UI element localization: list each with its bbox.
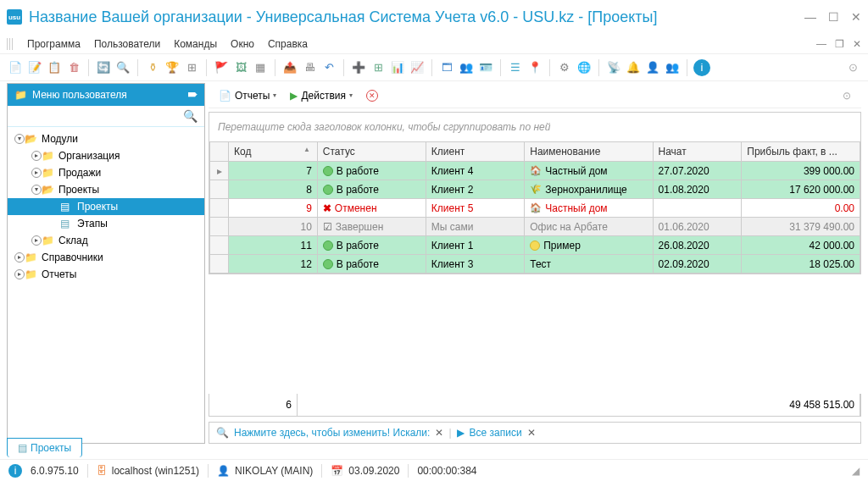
maximize-button[interactable]: ☐ — [828, 10, 839, 24]
indicator-col — [210, 142, 229, 162]
col-profit[interactable]: Прибыль факт, в ... — [742, 142, 860, 162]
doc-icon: ▤ — [18, 442, 27, 454]
card-icon[interactable]: 🪪 — [477, 59, 494, 76]
flag-icon[interactable]: 🚩 — [213, 59, 230, 76]
undo-icon[interactable]: ↶ — [320, 59, 337, 76]
mdi-restore-button[interactable]: ❐ — [835, 38, 844, 50]
export-icon[interactable]: 📤 — [281, 59, 298, 76]
delete-icon[interactable]: 🗑 — [65, 59, 82, 76]
user-label: NIKOLAY (MAIN) — [235, 465, 313, 477]
expand-icon[interactable]: ▸ — [14, 269, 25, 279]
table-row[interactable]: 11В работеКлиент 1Пример26.08.202042 000… — [210, 236, 860, 255]
menu-help[interactable]: Справка — [261, 35, 314, 53]
window-icon[interactable]: 🗔 — [438, 59, 455, 76]
print-icon[interactable]: 🖶 — [301, 59, 318, 76]
folder-icon: 📁 — [25, 252, 38, 263]
help2-icon[interactable]: ⊙ — [837, 87, 856, 104]
user-icon[interactable]: 👤 — [644, 59, 661, 76]
expand-icon[interactable]: ▸ — [14, 252, 25, 263]
group-by-hint[interactable]: Перетащите сюда заголовок колонки, чтобы… — [209, 112, 861, 141]
excel-icon[interactable]: 📊 — [389, 59, 406, 76]
expand-icon[interactable]: ▸ — [31, 168, 42, 178]
tree-stages[interactable]: ▤ Этапы — [8, 215, 204, 232]
col-client[interactable]: Клиент — [426, 142, 524, 162]
people-icon[interactable]: 👥 — [458, 59, 475, 76]
collapse-sidebar-button[interactable]: 🠶 — [187, 89, 198, 101]
shapes-icon[interactable]: ▦ — [252, 59, 269, 76]
menu2-icon[interactable]: ☰ — [507, 59, 524, 76]
col-status[interactable]: Статус — [317, 142, 426, 162]
expand-icon[interactable]: ▸ — [31, 235, 42, 246]
help-icon[interactable]: ⊙ — [844, 59, 861, 76]
mdi-minimize-button[interactable]: — — [816, 38, 826, 50]
tree-label: Справочники — [42, 252, 103, 263]
tree-projects[interactable]: ▤ Проекты — [8, 198, 204, 215]
search-icon: 🔍 — [216, 427, 229, 439]
stop-button[interactable]: ✕ — [361, 87, 383, 104]
folder-icon: 📁 — [25, 268, 38, 280]
globe-icon[interactable]: 🌐 — [576, 59, 593, 76]
grid-icon[interactable]: ⊞ — [370, 59, 387, 76]
copy-icon[interactable]: 📋 — [46, 59, 63, 76]
table-row[interactable]: ▸7В работеКлиент 4🏠Частный дом27.07.2020… — [210, 162, 860, 180]
tree-label: Продажи — [58, 167, 101, 179]
expand-icon[interactable]: ▸ — [31, 151, 42, 161]
menu-users[interactable]: Пользователи — [87, 35, 167, 53]
actions-button[interactable]: ▶ Действия ▾ — [285, 87, 358, 104]
info-icon[interactable]: i — [8, 464, 22, 478]
tree-modules[interactable]: ▾ 📂 Модули — [8, 130, 204, 147]
clear-records-button[interactable]: ✕ — [527, 427, 536, 439]
tree-sales[interactable]: ▸ 📁 Продажи — [8, 164, 204, 181]
expand-icon[interactable]: ▾ — [31, 185, 42, 195]
tree-reports[interactable]: ▸ 📁 Отчеты — [8, 266, 204, 283]
table-row[interactable]: 12В работеКлиент 3Тест02.09.202018 025.0… — [210, 255, 860, 274]
excel2-icon[interactable]: 📈 — [409, 59, 426, 76]
gear-icon[interactable]: ⚙ — [556, 59, 573, 76]
table-row[interactable]: 10☑ЗавершенМы самиОфис на Арбате01.06.20… — [210, 218, 860, 236]
edit-icon[interactable]: 📝 — [26, 59, 43, 76]
menu-commands[interactable]: Команды — [167, 35, 224, 53]
minimize-button[interactable]: — — [804, 10, 816, 24]
image-icon[interactable]: 🖼 — [232, 59, 249, 76]
chevron-down-icon: ▾ — [273, 91, 276, 99]
layout-icon[interactable]: ⊞ — [183, 59, 200, 76]
users-icon[interactable]: 👥 — [664, 59, 681, 76]
cell-profit: 42 000.00 — [742, 236, 860, 255]
house-icon: 🏠 — [530, 165, 542, 176]
col-name[interactable]: Наименование — [525, 142, 653, 162]
info-icon[interactable]: i — [693, 59, 710, 76]
sidebar: 📁 Меню пользователя 🠶 🔍 ▾ 📂 Модули ▸ 📁 О… — [7, 83, 205, 444]
tab-projects[interactable]: ▤ Проекты — [7, 438, 82, 457]
cell-name: Тест — [525, 255, 653, 274]
tree-directories[interactable]: ▸ 📁 Справочники — [8, 249, 204, 266]
table-row[interactable]: 9✖ОтмененКлиент 5🏠Частный дом0.00 — [210, 199, 860, 218]
cell-name: 🏠Частный дом — [525, 162, 653, 180]
search-icon[interactable]: 🔍 — [114, 59, 131, 76]
status-done-icon: ☑ — [323, 221, 332, 233]
refresh-icon[interactable]: 🔄 — [95, 59, 112, 76]
rss-icon[interactable]: 📡 — [605, 59, 622, 76]
host-label: localhost (win1251) — [112, 465, 199, 477]
tree-organization[interactable]: ▸ 📁 Организация — [8, 147, 204, 164]
expand-icon[interactable]: ▾ — [14, 134, 25, 144]
clear-filter-button[interactable]: ✕ — [435, 427, 443, 439]
tree-warehouse[interactable]: ▸ 📁 Склад — [8, 232, 204, 249]
menu-window[interactable]: Окно — [224, 35, 261, 53]
add-icon[interactable]: ➕ — [350, 59, 367, 76]
reports-button[interactable]: 📄 Отчеты ▾ — [214, 87, 281, 104]
col-code[interactable]: Код — [229, 142, 318, 162]
search-icon[interactable]: 🔍 — [183, 109, 201, 123]
table-row[interactable]: 8В работеКлиент 2🌾Зернохранилище01.08.20… — [210, 180, 860, 199]
col-started[interactable]: Начат — [653, 142, 742, 162]
close-button[interactable]: ✕ — [851, 10, 861, 24]
pin-icon[interactable]: 📍 — [526, 59, 543, 76]
tree-projects-folder[interactable]: ▾ 📂 Проекты — [8, 181, 204, 198]
new-icon[interactable]: 📄 — [7, 59, 24, 76]
filter-bar[interactable]: 🔍 Нажмите здесь, чтобы изменить! Искали:… — [209, 422, 861, 444]
menu-program[interactable]: Программа — [20, 35, 87, 53]
trophy-icon[interactable]: 🏆 — [164, 59, 181, 76]
resize-grip-icon[interactable]: ◢ — [852, 465, 860, 477]
bell-icon[interactable]: 🔔 — [625, 59, 642, 76]
filter-icon[interactable]: ⚱ — [144, 59, 161, 76]
mdi-close-button[interactable]: ✕ — [853, 38, 861, 50]
